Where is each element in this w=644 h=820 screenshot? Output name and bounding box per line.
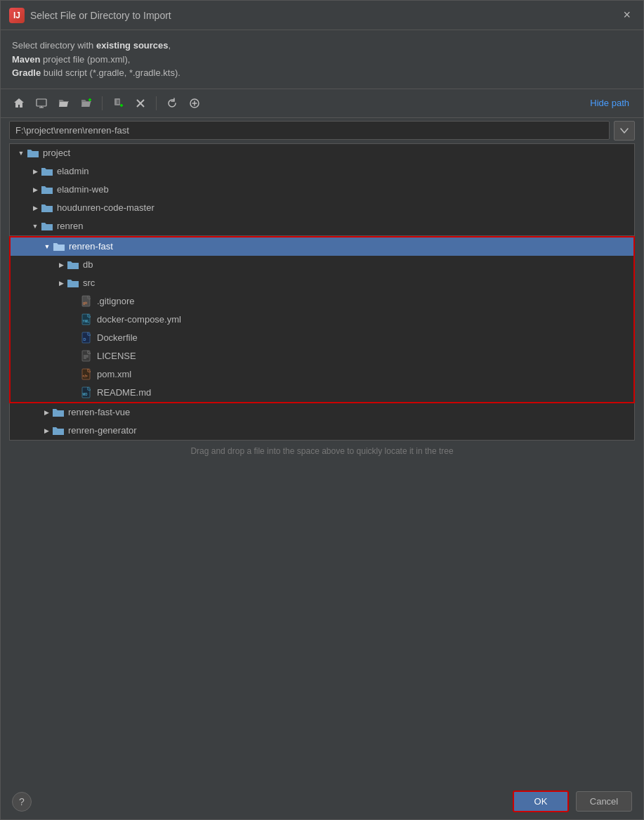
folder-icon-eladmin-web (41, 185, 53, 195)
folder-icon-renren-generator (52, 426, 65, 436)
svg-text:</>: </> (83, 374, 88, 378)
tree-item-label-dockerfile: Dockerfile (97, 332, 138, 343)
toolbar: Hide path (1, 89, 643, 118)
tree-item-project[interactable]: project (10, 144, 634, 162)
svg-text:git: git (83, 301, 87, 305)
expand-arrow-src[interactable] (55, 278, 67, 289)
expand-arrow-renren-fast[interactable] (41, 241, 53, 252)
new-folder-icon (81, 98, 92, 108)
tree-item-label-renren-generator: renren-generator (68, 425, 137, 436)
pom-file-icon: </> (81, 368, 93, 381)
ok-button[interactable]: OK (513, 790, 569, 812)
tree-item-license[interactable]: LICENSE (11, 347, 633, 365)
dialog: IJ Select File or Directory to Import × … (0, 0, 644, 820)
tree-item-label-project: project (43, 148, 70, 158)
tree-item-readme[interactable]: MD README.md (11, 384, 633, 402)
desc-line2: Maven project file (pom.xml), (12, 54, 130, 65)
folder-icon-renren (41, 221, 53, 231)
dialog-title: Select File or Directory to Import (30, 10, 619, 21)
folder-icon-eladmin (41, 167, 53, 176)
expand-arrow-renren[interactable] (29, 221, 41, 232)
hide-path-button[interactable]: Hide path (584, 95, 635, 111)
expand-arrow-project[interactable] (15, 148, 27, 159)
tree-item-label-renren: renren (57, 221, 84, 231)
expand-arrow-eladmin[interactable] (29, 166, 41, 177)
tree-item-label-db: db (83, 259, 93, 270)
svg-text:D: D (84, 337, 86, 341)
desc-line1: Select directory with existing sources, (12, 40, 171, 51)
folder-open-icon (58, 98, 70, 108)
tree-item-label-renren-fast: renren-fast (69, 241, 113, 252)
tree-container-top: project eladmin eladmin-web (9, 143, 635, 236)
title-bar: IJ Select File or Directory to Import × (1, 1, 643, 30)
svg-text:YML: YML (83, 320, 90, 323)
refresh-button[interactable] (162, 93, 182, 113)
tree-item-label-houdunren: houdunren-code-master (57, 202, 155, 213)
new-folder-button[interactable] (77, 93, 96, 113)
tree-item-db[interactable]: db (11, 256, 633, 274)
tree-container-bottom: renren-fast-vue renren-generator (9, 403, 635, 441)
tree-item-eladmin[interactable]: eladmin (10, 162, 634, 181)
tree-item-eladmin-web[interactable]: eladmin-web (10, 181, 634, 199)
expand-arrow-renren-fast-vue[interactable] (41, 407, 52, 418)
path-input[interactable] (9, 121, 610, 140)
desc-line3: Gradle build script (*.gradle, *.gradle.… (12, 67, 180, 78)
link-button[interactable] (185, 93, 204, 113)
expand-arrow-eladmin-web[interactable] (29, 184, 41, 195)
yml-file-icon: YML (81, 313, 93, 326)
tree-item-label-eladmin: eladmin (57, 166, 89, 176)
expand-arrow-houdunren[interactable] (29, 202, 41, 214)
tree-item-renren-fast-vue[interactable]: renren-fast-vue (10, 403, 634, 422)
home-button[interactable] (9, 93, 29, 113)
cancel-button[interactable]: Cancel (576, 791, 632, 812)
tree-item-gitignore[interactable]: git .gitignore (11, 292, 633, 311)
expand-arrow-db[interactable] (55, 259, 67, 271)
folder-icon-db (67, 260, 79, 270)
path-navigate-button[interactable] (614, 121, 635, 141)
tree-item-label-docker-compose: docker-compose.yml (97, 314, 181, 325)
add-icon (112, 98, 124, 109)
toolbar-separator-2 (156, 96, 157, 110)
desktop-button[interactable] (32, 93, 51, 113)
folder-icon-renren-fast (53, 242, 65, 252)
folder-icon-houdunren (41, 203, 53, 213)
license-file-icon (81, 350, 93, 363)
expand-arrow-renren-generator[interactable] (41, 425, 52, 436)
tree-item-renren-fast[interactable]: renren-fast (11, 237, 633, 256)
help-button[interactable]: ? (12, 792, 32, 812)
toolbar-separator-1 (102, 96, 103, 110)
tree-item-src[interactable]: src (11, 274, 633, 292)
path-row (1, 118, 643, 143)
folder-icon-src (67, 278, 79, 288)
refresh-icon (166, 98, 178, 109)
link-icon (189, 98, 200, 109)
svg-rect-0 (37, 99, 46, 106)
home-icon (13, 98, 25, 109)
description-area: Select directory with existing sources, … (1, 30, 643, 89)
tree-item-pom[interactable]: </> pom.xml (11, 365, 633, 384)
tree-item-label-pom: pom.xml (97, 369, 131, 379)
tree-item-renren-generator[interactable]: renren-generator (10, 422, 634, 440)
tree-item-docker-compose[interactable]: YML docker-compose.yml (11, 311, 633, 329)
tree-item-renren[interactable]: renren (10, 217, 634, 235)
tree-item-label-eladmin-web: eladmin-web (57, 184, 109, 195)
desktop-icon (36, 98, 47, 109)
tree-item-label-readme: README.md (97, 387, 151, 398)
tree-item-label-renren-fast-vue: renren-fast-vue (68, 407, 130, 417)
delete-icon (135, 98, 146, 109)
selected-section: renren-fast db src (9, 236, 635, 403)
app-icon: IJ (9, 8, 25, 23)
open-folder-button[interactable] (54, 93, 74, 113)
tree-item-label-src: src (83, 278, 95, 288)
navigate-down-icon (619, 126, 629, 136)
tree-item-houdunren[interactable]: houdunren-code-master (10, 199, 634, 217)
close-button[interactable]: × (619, 6, 635, 24)
drag-hint: Drag and drop a file into the space abov… (9, 441, 635, 462)
tree-item-label-gitignore: .gitignore (97, 296, 134, 306)
folder-icon-renren-fast-vue (52, 408, 65, 417)
bottom-bar: ? OK Cancel (1, 783, 643, 819)
gitignore-file-icon: git (81, 295, 93, 308)
add-button[interactable] (108, 93, 128, 113)
delete-button[interactable] (131, 93, 150, 113)
tree-item-dockerfile[interactable]: D Dockerfile (11, 329, 633, 347)
